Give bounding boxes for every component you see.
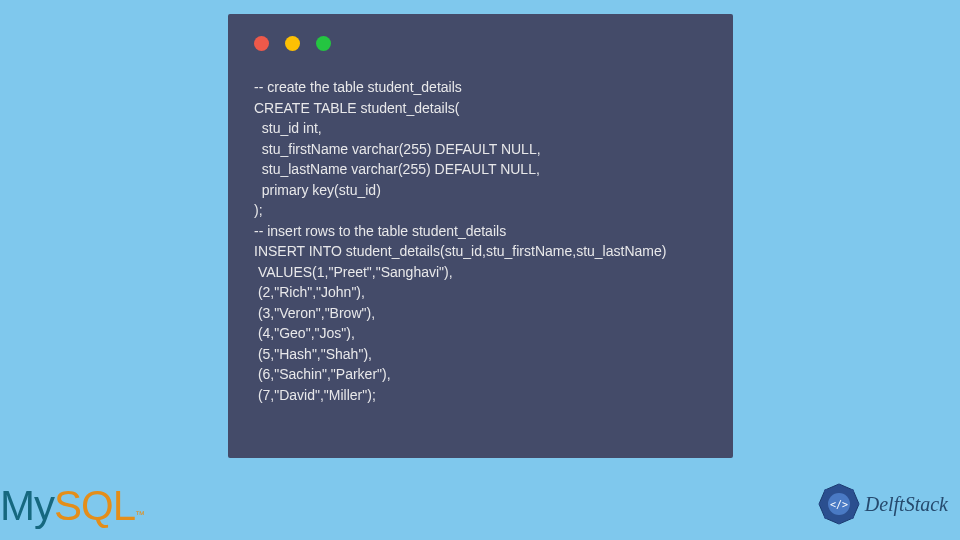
svg-point-8 [824, 515, 828, 519]
svg-point-3 [837, 484, 841, 488]
svg-text:</>: </> [830, 499, 848, 510]
minimize-icon [285, 36, 300, 51]
mysql-my-text: My [0, 482, 54, 529]
code-content: -- create the table student_details CREA… [228, 51, 733, 405]
delftstack-logo: </> DelftStack [817, 482, 948, 526]
mysql-sql-text: SQL [54, 482, 135, 529]
svg-point-9 [819, 502, 823, 506]
close-icon [254, 36, 269, 51]
svg-point-7 [837, 520, 841, 524]
delftstack-icon: </> [817, 482, 861, 526]
delftstack-text: DelftStack [865, 493, 948, 516]
mysql-tm-text: ™ [135, 509, 144, 520]
svg-point-4 [850, 489, 854, 493]
window-controls [228, 14, 733, 51]
svg-point-5 [855, 502, 859, 506]
maximize-icon [316, 36, 331, 51]
code-window: -- create the table student_details CREA… [228, 14, 733, 458]
svg-point-10 [824, 489, 828, 493]
svg-point-6 [850, 515, 854, 519]
mysql-logo: MySQL™ [0, 482, 144, 530]
